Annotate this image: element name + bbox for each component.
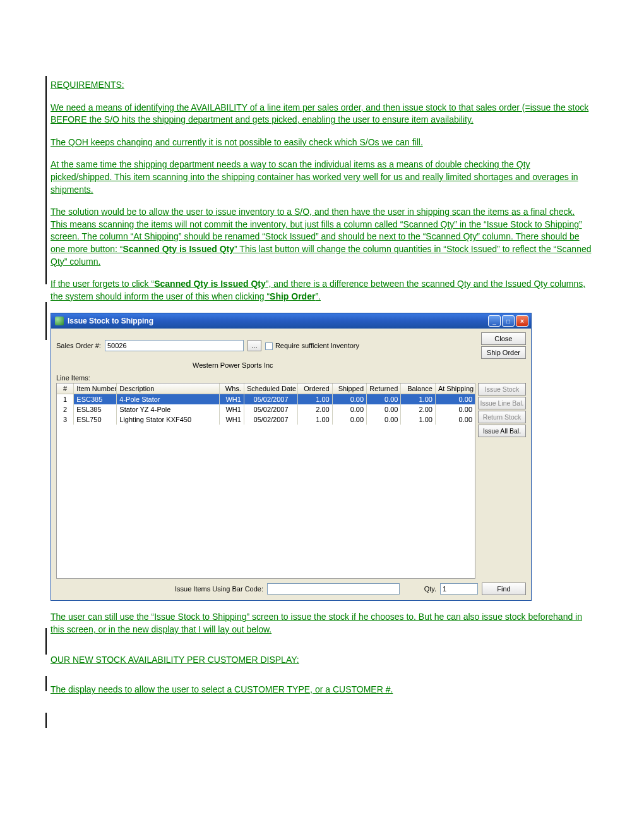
requirements-p8: The display needs to allow the user to s… bbox=[51, 684, 593, 696]
cell: ESL385 bbox=[74, 404, 117, 414]
cell: 0.00 bbox=[333, 404, 367, 414]
issue-stock-window: Issue Stock to Shipping _ □ × Sales Orde… bbox=[51, 313, 532, 601]
cell: 0.00 bbox=[367, 414, 401, 425]
change-bar bbox=[45, 628, 47, 655]
col-date[interactable]: Scheduled Date bbox=[244, 384, 298, 394]
requirements-heading: REQUIREMENTS: bbox=[51, 79, 593, 92]
maximize-button[interactable]: □ bbox=[502, 315, 515, 327]
issue-line-bal-button[interactable]: Issue Line Bal. bbox=[478, 397, 526, 409]
col-desc[interactable]: Description bbox=[117, 384, 220, 394]
change-bar bbox=[45, 76, 47, 284]
col-num[interactable]: # bbox=[57, 384, 74, 394]
sales-order-input[interactable] bbox=[105, 340, 244, 351]
cell: 0.00 bbox=[333, 414, 367, 425]
return-stock-button[interactable]: Return Stock bbox=[478, 411, 526, 423]
cell: 05/02/2007 bbox=[244, 404, 298, 414]
cell: 0.00 bbox=[436, 404, 475, 414]
close-button[interactable]: Close bbox=[481, 332, 526, 345]
cell: WH1 bbox=[220, 394, 244, 404]
line-items-grid[interactable]: # Item Number Description Whs. Scheduled… bbox=[56, 383, 475, 579]
col-item[interactable]: Item Number bbox=[74, 384, 117, 394]
cell: Lighting Stator KXF450 bbox=[117, 414, 220, 425]
qty-label: Qty. bbox=[424, 585, 436, 593]
cell: 05/02/2007 bbox=[244, 414, 298, 425]
col-balance[interactable]: Balance bbox=[401, 384, 435, 394]
cell: 3 bbox=[57, 414, 74, 425]
cell: 2 bbox=[57, 404, 74, 414]
close-window-button[interactable]: × bbox=[516, 315, 528, 327]
grid-header: # Item Number Description Whs. Scheduled… bbox=[57, 384, 475, 394]
change-bar bbox=[45, 302, 47, 340]
cell: 0.00 bbox=[436, 394, 475, 404]
col-shipped[interactable]: Shipped bbox=[333, 384, 367, 394]
cell: 1.00 bbox=[298, 394, 332, 404]
requirements-p1: We need a means of identifying the AVAIL… bbox=[51, 102, 593, 126]
requirements-p2: The QOH keeps changing and currently it … bbox=[51, 136, 593, 149]
table-row[interactable]: 1ESC3854-Pole StatorWH105/02/20071.000.0… bbox=[57, 394, 475, 404]
barcode-input[interactable] bbox=[267, 583, 400, 595]
find-button[interactable]: Find bbox=[482, 583, 526, 595]
cell: WH1 bbox=[220, 414, 244, 425]
requirements-p7: OUR NEW STOCK AVAILABILITY PER CUSTOMER … bbox=[51, 654, 593, 667]
requirements-p5: If the user forgets to click “Scanned Qt… bbox=[51, 278, 593, 303]
app-icon bbox=[55, 317, 64, 325]
cell: 05/02/2007 bbox=[244, 394, 298, 404]
sales-order-label: Sales Order #: bbox=[56, 342, 101, 349]
cell: 1 bbox=[57, 394, 74, 404]
cell: 1.00 bbox=[298, 414, 332, 425]
col-atshipping[interactable]: At Shipping bbox=[436, 384, 475, 394]
line-items-label: Line Items: bbox=[51, 373, 531, 383]
cell: ESC385 bbox=[74, 394, 117, 404]
cell: 0.00 bbox=[367, 394, 401, 404]
requirements-p3: At the same time the shipping department… bbox=[51, 159, 593, 196]
ship-order-button[interactable]: Ship Order bbox=[481, 346, 526, 359]
customer-name: Western Power Sports Inc bbox=[51, 360, 531, 373]
cell: 0.00 bbox=[333, 394, 367, 404]
cell: 2.00 bbox=[401, 404, 435, 414]
cell: 4-Pole Stator bbox=[117, 394, 220, 404]
cell: 1.00 bbox=[401, 394, 435, 404]
minimize-button[interactable]: _ bbox=[488, 315, 501, 327]
issue-all-bal-button[interactable]: Issue All Bal. bbox=[478, 425, 526, 437]
table-row[interactable]: 3ESL750Lighting Stator KXF450WH105/02/20… bbox=[57, 414, 475, 425]
cell: 1.00 bbox=[401, 414, 435, 425]
cell: 2.00 bbox=[298, 404, 332, 414]
col-ordered[interactable]: Ordered bbox=[298, 384, 332, 394]
requirements-p6: The user can still use the “Issue Stock … bbox=[51, 611, 593, 636]
cell: Stator YZ 4-Pole bbox=[117, 404, 220, 414]
window-title: Issue Stock to Shipping bbox=[68, 317, 488, 325]
change-bar bbox=[45, 676, 47, 691]
col-whs[interactable]: Whs. bbox=[220, 384, 244, 394]
table-row[interactable]: 2ESL385Stator YZ 4-PoleWH105/02/20072.00… bbox=[57, 404, 475, 414]
require-inventory-checkbox[interactable]: Require sufficient Inventory bbox=[265, 342, 359, 350]
browse-button[interactable]: … bbox=[247, 340, 261, 351]
issue-stock-button[interactable]: Issue Stock bbox=[478, 383, 526, 396]
barcode-label: Issue Items Using Bar Code: bbox=[175, 585, 263, 593]
requirements-p4: The solution would be to allow the user … bbox=[51, 206, 593, 268]
titlebar: Issue Stock to Shipping _ □ × bbox=[51, 313, 531, 329]
qty-input[interactable] bbox=[440, 583, 478, 595]
col-returned[interactable]: Returned bbox=[367, 384, 401, 394]
change-bar bbox=[45, 713, 47, 728]
cell: 0.00 bbox=[436, 414, 475, 425]
cell: ESL750 bbox=[74, 414, 117, 425]
cell: 0.00 bbox=[367, 404, 401, 414]
cell: WH1 bbox=[220, 404, 244, 414]
